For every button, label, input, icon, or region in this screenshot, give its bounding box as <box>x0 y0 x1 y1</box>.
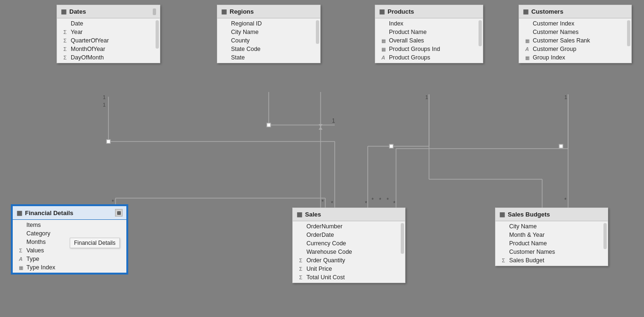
field-quarterofyear: Σ QuarterOfYear <box>57 36 160 45</box>
svg-marker-14 <box>319 124 322 127</box>
table-dates-header: ▦ Dates <box>57 5 160 18</box>
field-icon <box>524 29 530 35</box>
field-customerindex: Customer Index <box>519 19 631 28</box>
table-financial-details-title: Financial Details <box>25 209 74 217</box>
table-dates-title: Dates <box>69 8 86 15</box>
field-productgroups: A Product Groups <box>375 53 483 62</box>
table-sales-budgets[interactable]: ▦ Sales Budgets City Name Month & Year P… <box>495 208 608 266</box>
svg-text:*: * <box>331 200 333 207</box>
grid-icon: ▦ <box>380 37 387 44</box>
table-products-title: Products <box>388 8 414 15</box>
svg-text:1: 1 <box>103 94 106 100</box>
field-icon <box>222 20 229 27</box>
field-icon <box>500 240 507 247</box>
svg-text:1: 1 <box>425 94 428 100</box>
grid-icon: ▦ <box>380 46 387 52</box>
table-financial-details-header: ▦ Financial Details ⊞ <box>13 206 126 220</box>
field-icon <box>380 29 387 35</box>
field-values: Σ Values <box>13 246 126 255</box>
svg-rect-9 <box>267 123 271 127</box>
field-sb-productname: Product Name <box>495 239 608 248</box>
field-warehousecode: Warehouse Code <box>293 248 405 256</box>
sigma-icon: Σ <box>62 37 68 44</box>
field-icon <box>17 239 24 245</box>
svg-text:1: 1 <box>332 117 335 124</box>
svg-text:*: * <box>379 197 381 203</box>
table-sales-budgets-header: ▦ Sales Budgets <box>495 208 608 221</box>
field-icon <box>500 223 507 230</box>
field-icon <box>500 232 507 238</box>
svg-rect-3 <box>107 140 110 143</box>
sigma-icon: Σ <box>297 257 304 264</box>
table-financial-details[interactable]: ▦ Financial Details ⊞ Items Category Mon… <box>12 205 127 274</box>
field-totalunitcost: Σ Total Unit Cost <box>293 273 405 282</box>
table-sales-header: ▦ Sales <box>293 208 405 221</box>
svg-text:*: * <box>372 197 374 203</box>
table-customers-header: ▦ Customers <box>519 5 631 18</box>
table-regions-header: ▦ Regions <box>217 5 320 18</box>
table-customers[interactable]: ▦ Customers Customer Index Customer Name… <box>519 5 632 63</box>
field-icon <box>17 230 24 237</box>
text-icon: A <box>524 46 530 52</box>
svg-text:1: 1 <box>564 94 567 100</box>
field-county: County <box>217 36 320 45</box>
svg-text:*: * <box>365 200 367 207</box>
sigma-icon: Σ <box>62 54 68 61</box>
table-icon: ▦ <box>523 8 528 15</box>
field-months: Months <box>13 238 126 246</box>
field-icon <box>297 232 304 238</box>
field-customergroup: A Customer Group <box>519 45 631 53</box>
table-dates[interactable]: ▦ Dates Date Σ Year Σ QuarterOfYear Σ Mo… <box>57 5 160 63</box>
field-unitprice: Σ Unit Price <box>293 265 405 273</box>
sigma-icon: Σ <box>62 46 68 52</box>
field-icon <box>380 20 387 27</box>
field-icon <box>222 46 229 52</box>
svg-text:*: * <box>322 199 324 205</box>
field-regionalid: Regional ID <box>217 19 320 28</box>
field-currencycode: Currency Code <box>293 239 405 248</box>
table-products-body: Index Product Name ▦ Overall Sales ▦ Pro… <box>375 18 483 63</box>
table-sales-body: OrderNumber OrderDate Currency Code Ware… <box>293 221 405 283</box>
table-products[interactable]: ▦ Products Index Product Name ▦ Overall … <box>375 5 483 63</box>
table-regions-body: Regional ID City Name County State Code … <box>217 18 320 63</box>
field-icon <box>222 37 229 44</box>
table-sales[interactable]: ▦ Sales OrderNumber OrderDate Currency C… <box>292 208 405 283</box>
field-icon <box>17 222 24 228</box>
table-icon: ▦ <box>297 211 302 218</box>
field-icon <box>297 240 304 247</box>
field-sb-cityname: City Name <box>495 222 608 231</box>
field-overallsales: ▦ Overall Sales <box>375 36 483 45</box>
field-icon <box>222 29 229 35</box>
field-icon <box>297 223 304 230</box>
field-monthofyear: Σ MonthOfYear <box>57 45 160 53</box>
header-action-btn[interactable]: ⊞ <box>115 209 123 217</box>
field-icon <box>62 20 68 27</box>
field-statecode: State Code <box>217 45 320 53</box>
table-icon: ▦ <box>221 8 227 15</box>
svg-text:*: * <box>112 199 114 205</box>
table-sales-budgets-title: Sales Budgets <box>508 211 550 218</box>
field-productname: Product Name <box>375 28 483 36</box>
sigma-icon: Σ <box>500 257 507 264</box>
svg-text:1: 1 <box>103 102 106 108</box>
field-orderquantity: Σ Order Quantity <box>293 256 405 265</box>
table-icon: ▦ <box>61 8 66 15</box>
sigma-icon: Σ <box>297 274 304 281</box>
svg-text:*: * <box>393 200 396 207</box>
table-customers-body: Customer Index Customer Names ▦ Customer… <box>519 18 631 63</box>
table-sales-budgets-body: City Name Month & Year Product Name Cust… <box>495 221 608 266</box>
svg-marker-15 <box>319 126 322 130</box>
svg-text:*: * <box>387 197 389 203</box>
table-icon: ▦ <box>379 8 385 15</box>
field-customersalesrank: ▦ Customer Sales Rank <box>519 36 631 45</box>
field-sb-customernames: Customer Names <box>495 248 608 256</box>
field-ordernumber: OrderNumber <box>293 222 405 231</box>
table-regions-title: Regions <box>230 8 254 15</box>
grid-icon: ▦ <box>524 37 530 44</box>
field-icon <box>500 249 507 255</box>
table-regions[interactable]: ▦ Regions Regional ID City Name County S… <box>217 5 321 63</box>
field-sb-salesbudget: Σ Sales Budget <box>495 256 608 265</box>
field-cityname: City Name <box>217 28 320 36</box>
table-sales-title: Sales <box>305 211 321 218</box>
field-state: State <box>217 53 320 62</box>
